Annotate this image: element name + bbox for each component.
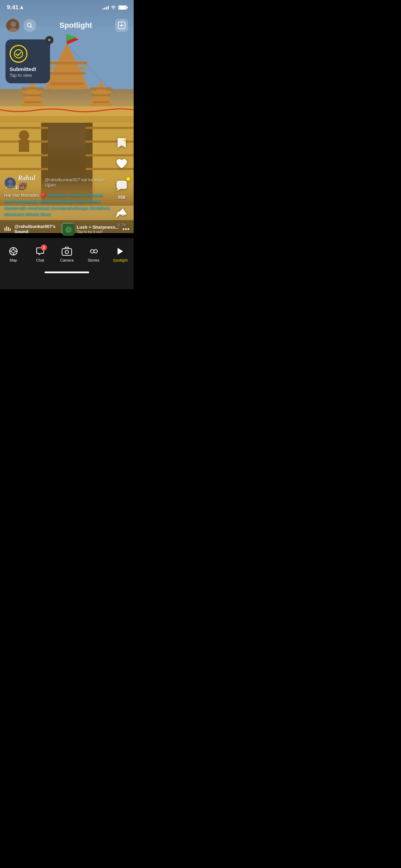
svg-marker-78 <box>118 248 123 255</box>
status-time: 9:41 <box>7 4 23 11</box>
svg-rect-74 <box>62 249 72 255</box>
svg-point-76 <box>90 250 94 253</box>
svg-rect-9 <box>50 82 83 85</box>
nav-label-map: Map <box>10 258 17 262</box>
svg-rect-6 <box>47 67 86 70</box>
svg-rect-26 <box>0 116 134 123</box>
username-handle: @rahulbunkar007 kal ke angrr - Ujjain <box>45 177 110 188</box>
svg-point-38 <box>19 130 29 141</box>
svg-point-67 <box>68 229 70 231</box>
svg-rect-31 <box>86 127 134 129</box>
share-icon <box>116 208 127 219</box>
svg-line-46 <box>31 26 33 28</box>
close-button[interactable]: × <box>45 36 53 44</box>
nav-label-chat: Chat <box>36 258 44 262</box>
svg-rect-21 <box>92 94 111 96</box>
comment-button[interactable]: 558 <box>114 178 130 200</box>
heart-icon <box>116 159 127 170</box>
nav-item-spotlight[interactable]: Spotlight <box>107 246 134 262</box>
nav-label-camera: Camera <box>60 258 73 262</box>
svg-rect-17 <box>25 104 40 106</box>
submitted-card[interactable]: × Submitted! Tap to view <box>5 39 50 83</box>
svg-rect-5 <box>46 62 87 64</box>
wifi-icon <box>111 5 116 10</box>
filter-thumbnail <box>62 223 74 235</box>
svg-rect-12 <box>22 87 44 89</box>
action-buttons: 558 8.7k <box>114 135 130 228</box>
nav-bar: Map 2 Chat Camera <box>0 238 134 269</box>
user-avatar-small[interactable] <box>4 177 15 188</box>
add-button[interactable] <box>115 19 128 32</box>
svg-point-69 <box>12 250 15 253</box>
spotlight-icon <box>115 246 126 257</box>
bookmark-plus-icon <box>116 137 128 149</box>
stories-icon <box>88 246 99 257</box>
username[interactable]: Rahul 🐻 <box>18 174 42 190</box>
svg-rect-8 <box>49 77 84 80</box>
submitted-subtitle: Tap to view <box>10 73 46 78</box>
nav-item-chat[interactable]: 2 Chat <box>27 246 53 262</box>
header: Spotlight <box>0 15 134 36</box>
svg-rect-24 <box>94 104 109 106</box>
svg-rect-61 <box>6 226 7 231</box>
svg-rect-62 <box>8 227 9 231</box>
filter-wrap[interactable]: Lush + Sharpness... Tap to try it out! <box>62 223 119 235</box>
chat-icon: 2 <box>35 246 46 257</box>
sound-info: @rahulbunkar007's Sound <box>14 224 58 234</box>
bottom-nav: Map 2 Chat Camera <box>0 238 134 289</box>
bookmark-button[interactable] <box>114 135 130 151</box>
svg-rect-13 <box>22 91 43 93</box>
map-icon <box>8 246 19 257</box>
svg-rect-16 <box>24 101 41 103</box>
svg-rect-14 <box>23 94 42 96</box>
submitted-title: Submitted! <box>10 66 46 72</box>
svg-rect-36 <box>0 168 48 170</box>
username-row: Rahul 🐻 @rahulbunkar007 kal ke angrr - U… <box>4 174 110 190</box>
svg-rect-19 <box>90 87 112 89</box>
svg-rect-63 <box>10 228 11 231</box>
header-title: Spotlight <box>36 21 115 30</box>
status-icons <box>102 5 127 10</box>
status-bar: 9:41 <box>0 0 134 15</box>
svg-rect-22 <box>92 98 110 100</box>
nav-item-stories[interactable]: Stories <box>80 246 107 262</box>
nav-item-camera[interactable]: Camera <box>53 246 80 262</box>
more-button[interactable]: ••• <box>122 225 130 233</box>
svg-point-77 <box>94 250 97 253</box>
nav-item-map[interactable]: Map <box>0 246 27 262</box>
nav-label-spotlight: Spotlight <box>113 258 128 262</box>
music-waves-icon <box>4 225 11 233</box>
avatar[interactable] <box>5 18 20 33</box>
svg-rect-23 <box>93 101 109 103</box>
battery-icon <box>118 5 127 10</box>
signal-icon <box>102 5 109 10</box>
comment-count: 558 <box>118 195 125 200</box>
svg-point-58 <box>8 180 12 184</box>
svg-point-43 <box>11 22 16 27</box>
svg-point-50 <box>14 50 23 58</box>
location-arrow-icon <box>20 5 23 10</box>
filter-name: Lush + Sharpness... <box>77 225 119 230</box>
nav-label-stories: Stories <box>88 258 99 262</box>
check-circle <box>10 45 27 63</box>
filter-subtitle: Tap to try it out! <box>77 230 119 234</box>
svg-rect-30 <box>0 127 48 129</box>
search-button[interactable] <box>23 19 36 32</box>
svg-rect-15 <box>24 98 41 100</box>
home-indicator <box>45 272 89 273</box>
svg-rect-39 <box>19 140 29 152</box>
camera-icon <box>61 246 72 257</box>
chat-badge: 2 <box>41 244 47 251</box>
svg-rect-34 <box>0 154 48 156</box>
user-info: Rahul 🐻 @rahulbunkar007 kal ke angrr - U… <box>4 174 110 217</box>
comment-icon <box>116 180 127 191</box>
svg-point-75 <box>65 250 69 254</box>
notification-dot <box>126 177 130 181</box>
sound-name: @rahulbunkar007's Sound <box>14 224 58 234</box>
like-button[interactable] <box>114 156 130 172</box>
header-left <box>5 18 36 33</box>
svg-rect-54 <box>117 181 127 189</box>
svg-rect-10 <box>51 87 82 89</box>
sound-bar[interactable]: @rahulbunkar007's Sound Lush + Sharpness… <box>0 220 134 238</box>
svg-rect-20 <box>91 91 111 93</box>
